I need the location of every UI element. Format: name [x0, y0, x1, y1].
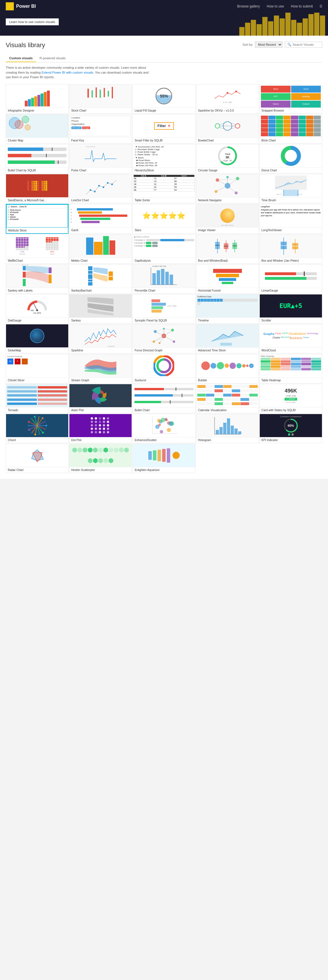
visual-label-tornado: Tornado: [6, 407, 68, 413]
visual-card-gap-analysis[interactable]: ◉ Direct ● Direct Campaign A Campaign B …: [133, 234, 195, 264]
tab-custom-visuals[interactable]: Custom visuals: [6, 55, 36, 62]
visual-card-card-states[interactable]: 496K Units sold ✓ GREAT ▲Viz sqlbi Card …: [259, 384, 322, 413]
visual-card-hexbin-scatterplot[interactable]: Hexbin Scatterplot: [69, 444, 132, 473]
visual-card-table-sorter[interactable]: Col ACol BCol C 987257331386481235382459…: [133, 174, 195, 203]
visual-label-bullet-chart: Bullet Chart: [133, 407, 195, 413]
visual-card-dial-gauge[interactable]: 450 23.19% DialGauge: [6, 294, 69, 323]
visual-card-chord[interactable]: Chord: [6, 414, 69, 443]
visual-card-hierarchy-slicer[interactable]: ▼ Accessories-150 Red, 44 ▷ Mountain Bot…: [133, 144, 195, 173]
visual-card-smart-filter[interactable]: Filter ✕ Smart Filter by SQLBI: [133, 114, 195, 143]
visual-card-gantt[interactable]: ABCDE Gantt: [69, 204, 132, 234]
visual-card-enlighten-aquarium[interactable]: Enlighten Aquarium: [133, 444, 195, 473]
visual-card-bowtiechart[interactable]: BowtieChart: [196, 114, 259, 143]
visual-card-linear-gauge[interactable]: LinearGauge: [259, 264, 322, 294]
visual-card-stream-graph[interactable]: Stream Graph: [69, 354, 132, 383]
visual-card-longtextviewer[interactable]: LongText Integrate your app with Power B…: [259, 204, 322, 234]
visual-card-calendar-viz[interactable]: Calendar Visualization: [196, 384, 259, 413]
visual-card-liquid-fill-gauge[interactable]: 55% Liquid Fill Gauge: [133, 84, 195, 114]
visual-card-dot-plot[interactable]: Dot Plot: [69, 414, 132, 443]
visual-card-sankey-barchart[interactable]: SankeyBarchart: [69, 264, 132, 294]
visual-card-globe-map[interactable]: GlobeMap: [6, 324, 69, 353]
svg-point-143: [99, 431, 101, 433]
description-link[interactable]: Extend Power BI with custom visuals: [42, 71, 93, 74]
visual-label-enlighten-aquarium: Enlighten Aquarium: [133, 467, 195, 473]
svg-point-142: [95, 431, 97, 433]
visual-thumbnail-bubble: [197, 354, 259, 377]
visual-card-wordcloud[interactable]: Graphs Packs SQLBI Visualizations Techno…: [259, 324, 322, 353]
visual-card-facet-key[interactable]: Location Person Organisation Microsoft G…: [69, 114, 132, 143]
visual-label-aster-plot: Aster Plot: [69, 407, 131, 413]
visual-card-time-brush[interactable]: Mon 07 Tue 08 Time Brush: [259, 174, 322, 203]
visual-card-bubble[interactable]: Bubble: [196, 354, 259, 383]
visual-card-infographic-designer[interactable]: Infographic Designer: [6, 84, 69, 114]
visual-thumbnail-linear-gauge: [260, 264, 322, 288]
visual-card-donut-chart[interactable]: Donut Chart: [259, 144, 322, 173]
visual-card-attribute-slicer[interactable]: ⬜ Search... Clear BI ✓ #SQLServer✓ #Powe…: [6, 204, 69, 234]
visual-card-timeline[interactable]: Fulfillment Date 12345678910111213141516…: [196, 294, 259, 323]
visual-card-radar-chart[interactable]: Radar Chart: [6, 444, 69, 473]
visual-card-stars[interactable]: ⭐⭐⭐⭐⭐ Stars: [133, 204, 195, 234]
svg-rect-69: [49, 275, 51, 283]
visual-card-percentile-chart[interactable]: 19.455 5.455 768 Percentile Chart: [133, 264, 195, 294]
sort-select[interactable]: Most Recent: [255, 41, 283, 48]
visual-thumbnail-gap-analysis: ◉ Direct ● Direct Campaign A Campaign B …: [133, 235, 195, 258]
nav-browse[interactable]: Browse gallery: [237, 4, 260, 8]
logo[interactable]: ⚡ Power BI: [6, 2, 36, 10]
visual-card-sanddance[interactable]: SandDance, a Microsoft Gar...: [6, 174, 69, 203]
visual-card-wafflechart[interactable]: 77%Canada 35%Japan WaffleChart: [6, 234, 69, 264]
visual-card-box-whisker-jan[interactable]: Box and Whisker (Jan Pieter): [259, 234, 322, 264]
visual-card-circular-gauge[interactable]: Total 3K Oppt. 95 Circular Gauge: [196, 144, 259, 173]
svg-rect-166: [230, 426, 234, 434]
visual-card-synoptic-panel[interactable]: ▲Viz sqlbi Synoptic Panel by SQLBI: [133, 294, 195, 323]
visual-thumbnail-sankey-barchart: [69, 264, 131, 288]
visual-card-adv-time-slicer[interactable]: Advanced Time Slicer: [196, 324, 259, 353]
visual-card-sankey[interactable]: Sankey: [69, 294, 132, 323]
visual-card-sparkline[interactable]: pbi.guide Sparkline: [69, 324, 132, 353]
visual-card-histogram[interactable]: Histogram: [196, 414, 259, 443]
visual-card-table-heatmap[interactable]: Table Heatmap Table Heatmap: [259, 354, 322, 383]
visual-card-snippet-browser[interactable]: WordExcelPPTOneNoteTeamsOutlook Snipppet…: [259, 84, 322, 114]
visual-card-sankey-labels[interactable]: A→C→D Sankey with Labels: [6, 264, 69, 294]
svg-point-121: [91, 417, 93, 420]
visual-card-bullet-sqlbi[interactable]: Bullet Chart by SQLBI: [6, 144, 69, 173]
visual-card-scroller[interactable]: EUR▲+5 Scroller: [259, 294, 322, 323]
tabs: Custom visuals R-powered visuals: [6, 55, 322, 62]
visual-label-adv-time-slicer: Advanced Time Slicer: [197, 347, 259, 353]
visual-card-image-viewer[interactable]: ☁ Image Viewer Image Viewer: [196, 204, 259, 234]
visual-thumbnail-time-brush: Mon 07 Tue 08: [260, 174, 322, 197]
visual-label-infographic-designer: Infographic Designer: [6, 108, 68, 113]
visual-card-force-directed[interactable]: Force-Directed Graph: [133, 324, 195, 353]
visual-card-tornado[interactable]: Tornado: [6, 384, 69, 413]
visual-thumbnail-sankey: [69, 294, 131, 317]
nav-user[interactable]: D: [320, 4, 322, 8]
visual-card-cluster-map[interactable]: Cluster Map: [6, 114, 69, 143]
visual-card-aster-plot[interactable]: Aster Plot: [69, 384, 132, 413]
svg-line-37: [227, 186, 236, 193]
learn-button[interactable]: Learn how to use custom visuals: [6, 18, 59, 25]
visual-card-box-whisker-brad[interactable]: Box and Whisker(Brad): [196, 234, 259, 264]
visual-card-sparkline-okv[interactable]: ▲Viz sqlbi Sparkline by OKViz – v1.0.0: [196, 84, 259, 114]
svg-point-133: [99, 424, 101, 426]
visual-card-network-navigator[interactable]: Network Navigator: [196, 174, 259, 203]
visual-card-horizontal-funnel[interactable]: Horizontal Funnel: [196, 264, 259, 294]
nav-howto[interactable]: How to use: [267, 4, 284, 8]
svg-point-158: [169, 421, 173, 426]
visual-card-pulse-chart[interactable]: Pulse Chart Pulse Chart: [69, 144, 132, 173]
search-input[interactable]: [293, 43, 320, 46]
visual-card-bullet-chart[interactable]: Bullet Chart: [133, 384, 195, 413]
visual-card-chiclet-slicer[interactable]: Current Products W P ... Chiclet Slicer: [6, 354, 69, 383]
svg-text:Total: Total: [225, 153, 230, 156]
visual-card-enhanced-scatter[interactable]: EnhancedScatter: [133, 414, 195, 443]
svg-line-35: [227, 178, 238, 186]
visual-label-hierarchy-slicer: HierarchySlicer: [133, 167, 195, 173]
visual-card-linedot-chart[interactable]: LineDot Chart: [69, 174, 132, 203]
svg-line-100: [164, 336, 174, 342]
tab-r-powered[interactable]: R-powered visuals: [36, 55, 69, 62]
visual-card-mekko-chart[interactable]: Mekko Chart: [69, 234, 132, 264]
nav-submit[interactable]: How to submit: [291, 4, 313, 8]
svg-rect-6: [108, 91, 109, 97]
visual-card-stock-chart[interactable]: Stock Chart: [69, 84, 132, 114]
visual-card-brick-chart[interactable]: Brick Chart: [259, 114, 322, 143]
visual-card-sunburst[interactable]: Sunburst: [133, 354, 195, 383]
visual-card-kpi-indicator[interactable]: Contract Compliance 65% KPI Indicator: [259, 414, 322, 443]
